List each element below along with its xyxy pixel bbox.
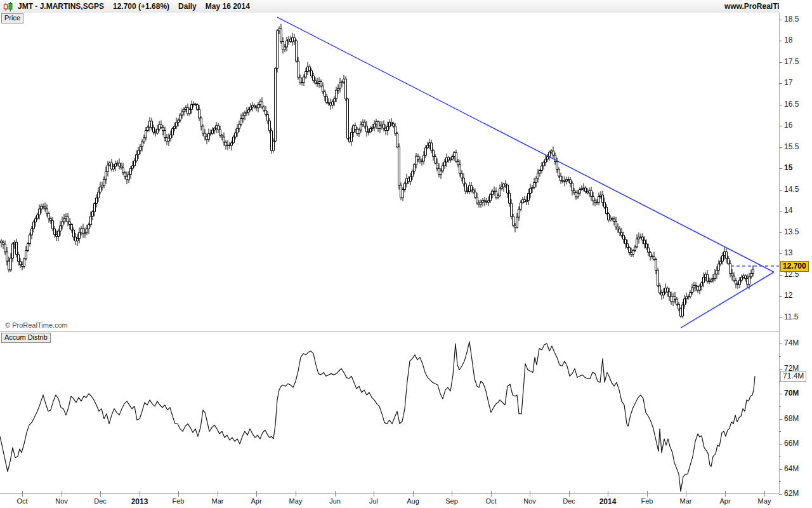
- last-price: 12.700 (+1.68%): [113, 2, 169, 11]
- time-axis-tick: [374, 491, 374, 497]
- axis-tick-label: 17.5: [784, 57, 799, 66]
- axis-tick: [779, 83, 782, 84]
- time-axis-label: Jul: [360, 497, 388, 505]
- accum-distrib-chart-area[interactable]: [0, 331, 779, 493]
- time-axis-label: Feb: [164, 497, 192, 505]
- time-axis-tick: [491, 491, 492, 497]
- axis-tick: [779, 62, 782, 63]
- time-axis-label: May: [750, 497, 778, 505]
- axis-tick: [779, 369, 782, 370]
- axis-tick-label: 16: [784, 121, 792, 130]
- date-label: May 16 2014: [206, 2, 250, 11]
- axis-tick: [779, 406, 781, 407]
- time-axis-tick: [22, 491, 23, 497]
- time-axis-tick: [256, 491, 257, 497]
- time-axis-tick: [530, 491, 530, 497]
- axis-tick-label: 11.5: [784, 312, 798, 321]
- time-axis-tick: [62, 491, 62, 497]
- axis-tick-label: 12: [784, 291, 792, 300]
- time-axis-label: Jun: [321, 497, 349, 505]
- axis-tick-label: 70M: [784, 389, 799, 398]
- axis-tick: [779, 431, 781, 432]
- time-axis-label: Apr: [242, 497, 270, 505]
- last-indicator-value-tag: 71.4M: [780, 371, 806, 382]
- axis-tick-label: 64M: [784, 464, 799, 473]
- time-axis-tick: [569, 491, 570, 497]
- axis-tick: [779, 126, 782, 126]
- prorealtime-window: JMT - J.MARTINS,SGPS 12.700 (+1.68%) Dai…: [0, 0, 812, 508]
- axis-tick: [779, 318, 782, 318]
- axis-tick: [779, 394, 782, 394]
- axis-tick: [779, 147, 782, 148]
- time-axis-label: Apr: [711, 497, 739, 505]
- time-axis-tick: [296, 491, 296, 497]
- time-axis-tick: [178, 491, 179, 497]
- axis-tick-label: 15: [784, 163, 792, 172]
- time-axis-tick: [413, 491, 414, 497]
- axis-tick: [779, 20, 782, 20]
- timeframe-label: Daily: [178, 2, 197, 11]
- axis-tick-label: 14: [784, 206, 792, 215]
- candle-bodies: [1, 29, 754, 317]
- time-axis-label: Dec: [86, 497, 114, 505]
- time-axis-tick: [608, 491, 608, 497]
- time-axis-tick: [764, 491, 765, 497]
- axis-tick: [779, 344, 782, 344]
- tab-price[interactable]: Price: [1, 13, 23, 23]
- time-axis-label: 2014: [594, 497, 622, 506]
- axis-tick: [779, 296, 782, 297]
- last-price-tag: 12.700: [780, 261, 809, 272]
- axis-tick-label: 13: [784, 248, 792, 257]
- candlestick-icon: [3, 2, 14, 11]
- time-axis-tick: [452, 491, 452, 497]
- time-axis-label: Mar: [204, 497, 232, 505]
- time-axis-label: Aug: [399, 497, 427, 505]
- axis-tick-label: 16.5: [784, 100, 799, 109]
- time-axis-tick: [335, 491, 336, 497]
- time-axis[interactable]: OctNovDec2013FebMarAprMayJunJulAugSepOct…: [0, 493, 812, 508]
- time-axis-label: Mar: [672, 497, 700, 505]
- axis-tick-label: 74M: [784, 338, 799, 347]
- ascending-support[interactable]: [681, 272, 774, 328]
- axis-tick: [779, 211, 782, 211]
- axis-tick: [779, 457, 781, 457]
- axis-tick: [779, 356, 781, 357]
- time-axis-label: Feb: [633, 497, 661, 505]
- price-change: (+1.68%): [138, 2, 169, 11]
- time-axis-label: Dec: [555, 497, 583, 505]
- axis-tick: [779, 275, 782, 276]
- time-axis-label: 2013: [126, 497, 154, 506]
- axis-tick-label: 62M: [784, 489, 799, 498]
- panel-divider[interactable]: [0, 331, 812, 332]
- value-axis[interactable]: 12.700 71.4M 18.51817.51716.51615.51514.…: [779, 0, 812, 508]
- time-axis-tick: [140, 491, 140, 497]
- copyright-watermark: © ProRealTime.com: [5, 321, 68, 329]
- top-bar: JMT - J.MARTINS,SGPS 12.700 (+1.68%) Dai…: [0, 0, 812, 13]
- time-axis-label: Nov: [516, 497, 544, 505]
- axis-tick: [779, 105, 782, 105]
- time-axis-tick: [686, 491, 686, 497]
- axis-tick-label: 18: [784, 36, 792, 44]
- axis-tick: [779, 41, 782, 41]
- time-axis-label: Oct: [477, 497, 505, 505]
- axis-tick: [779, 494, 782, 495]
- time-axis-tick: [647, 491, 648, 497]
- axis-tick-label: 15.5: [784, 142, 799, 151]
- tab-accum-distrib[interactable]: Accum Distrib: [1, 333, 51, 343]
- axis-tick: [779, 444, 782, 444]
- time-axis-label: May: [282, 497, 310, 505]
- time-axis-tick: [725, 491, 726, 497]
- time-axis-label: Sep: [438, 497, 466, 505]
- axis-tick: [779, 253, 782, 254]
- axis-tick: [779, 190, 782, 190]
- price-chart-area[interactable]: [0, 13, 779, 331]
- time-axis-tick: [218, 491, 218, 497]
- axis-tick: [779, 232, 782, 233]
- axis-tick: [779, 481, 781, 482]
- axis-tick: [779, 168, 782, 169]
- axis-tick: [779, 469, 782, 470]
- axis-tick: [779, 419, 782, 420]
- time-axis-tick: [100, 491, 101, 497]
- accum-distrib-line: [0, 342, 755, 491]
- time-axis-label: Oct: [8, 497, 36, 505]
